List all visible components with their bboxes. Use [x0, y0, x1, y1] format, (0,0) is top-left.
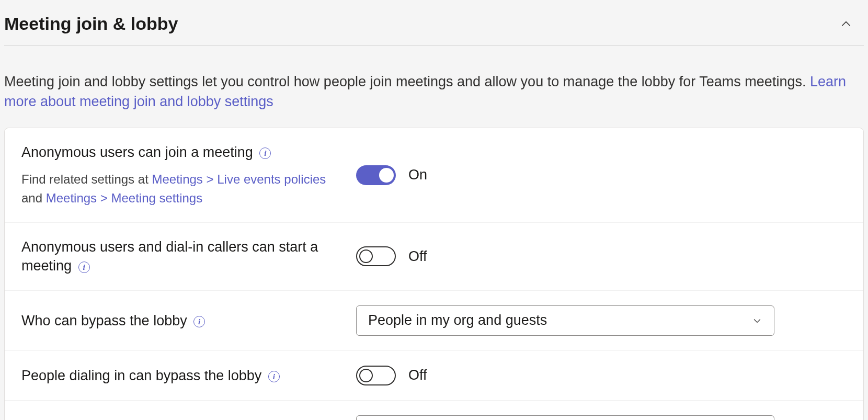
- toggle-knob: [379, 168, 394, 183]
- setting-label-col: Anonymous users and dial-in callers can …: [21, 237, 356, 276]
- setting-control-col: People in my org and guests: [356, 305, 847, 336]
- info-icon[interactable]: i: [268, 371, 280, 382]
- setting-control-col: On: [356, 165, 847, 185]
- section-title: Meeting join & lobby: [4, 14, 178, 34]
- description-text: Meeting join and lobby settings let you …: [4, 74, 810, 89]
- anon-join-label: Anonymous users can join a meeting: [21, 144, 257, 160]
- dialin-bypass-label: People dialing in can bypass the lobby: [21, 368, 266, 383]
- info-icon[interactable]: i: [193, 316, 205, 327]
- anon-start-label: Anonymous users and dial-in callers can …: [21, 239, 318, 274]
- meeting-settings-link[interactable]: Meetings > Meeting settings: [46, 191, 203, 205]
- setting-label-col: Who can bypass the lobby i: [21, 311, 356, 330]
- setting-control-col: Anyone: [356, 415, 847, 420]
- setting-row-dialin-bypass: People dialing in can bypass the lobby i…: [5, 351, 863, 401]
- chevron-down-icon: [752, 315, 762, 326]
- section-description: Meeting join and lobby settings let you …: [4, 46, 864, 128]
- setting-label-col: Anonymous users can join a meeting i Fin…: [21, 143, 356, 208]
- bypass-lobby-dropdown[interactable]: People in my org and guests: [356, 305, 774, 336]
- sub-prefix: Find related settings at: [21, 172, 152, 186]
- chevron-up-icon: [839, 17, 853, 31]
- settings-card: Anonymous users can join a meeting i Fin…: [4, 128, 864, 420]
- setting-row-anon-start: Anonymous users and dial-in callers can …: [5, 223, 863, 291]
- setting-row-anon-join: Anonymous users can join a meeting i Fin…: [5, 128, 863, 223]
- sub-mid: and: [21, 191, 46, 205]
- info-icon[interactable]: i: [259, 147, 271, 159]
- toggle-knob: [359, 369, 373, 382]
- anon-start-toggle[interactable]: [356, 246, 396, 266]
- anon-join-sublabel: Find related settings at Meetings > Live…: [21, 170, 346, 208]
- bypass-lobby-label: Who can bypass the lobby: [21, 313, 191, 328]
- setting-row-external-hosted: People can join external meetings hosted…: [5, 401, 863, 420]
- info-icon[interactable]: i: [78, 262, 90, 273]
- live-events-link[interactable]: Meetings > Live events policies: [152, 172, 326, 186]
- dialin-bypass-toggle-state: Off: [408, 367, 427, 383]
- anon-join-toggle-state: On: [408, 167, 427, 183]
- dialin-bypass-toggle[interactable]: [356, 366, 396, 385]
- setting-row-bypass-lobby: Who can bypass the lobby i People in my …: [5, 291, 863, 351]
- dropdown-value: People in my org and guests: [368, 312, 547, 328]
- anon-join-toggle[interactable]: [356, 165, 396, 185]
- section-header: Meeting join & lobby: [4, 4, 864, 46]
- setting-control-col: Off: [356, 246, 847, 266]
- collapse-button[interactable]: [839, 17, 853, 31]
- setting-label-col: People dialing in can bypass the lobby i: [21, 366, 356, 385]
- setting-control-col: Off: [356, 366, 847, 385]
- external-hosted-dropdown[interactable]: Anyone: [356, 415, 774, 420]
- anon-start-toggle-state: Off: [408, 248, 427, 265]
- toggle-knob: [359, 249, 373, 263]
